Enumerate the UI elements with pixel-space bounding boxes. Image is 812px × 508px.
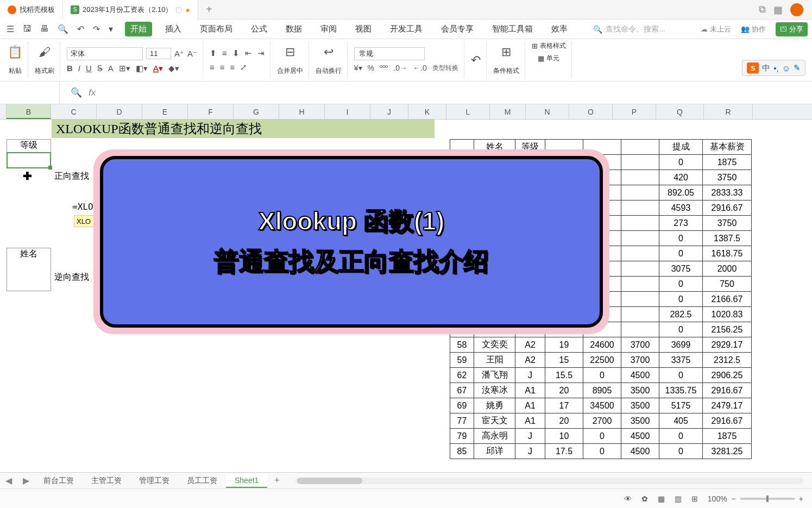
ribbon-tab-data[interactable]: 数据 <box>280 22 307 36</box>
table-cell[interactable]: J <box>515 429 545 444</box>
sheet-nav-next[interactable]: ▶ <box>17 475 35 486</box>
cell-empty2[interactable] <box>7 262 51 277</box>
table-cell[interactable] <box>621 307 659 322</box>
align-top-icon[interactable]: ⬆ <box>210 48 217 58</box>
table-cell[interactable]: 王阳 <box>474 353 515 368</box>
table-row[interactable]: 58文奕奕A21924600370036992929.17 <box>450 337 752 353</box>
add-sheet-button[interactable]: + <box>267 475 286 486</box>
sheet-tab[interactable]: 主管工资 <box>83 474 130 488</box>
align-mid-icon[interactable]: ≡ <box>222 48 227 58</box>
table-cell[interactable]: 0 <box>583 429 621 444</box>
table-cell[interactable]: 2166.67 <box>703 292 752 307</box>
typeconv-label[interactable]: 类型转换 <box>432 64 458 73</box>
ribbon-tab-layout[interactable]: 页面布局 <box>194 22 238 36</box>
table-cell[interactable]: 420 <box>659 170 703 185</box>
ime-skin-icon[interactable]: ✎ <box>794 63 801 73</box>
table-cell[interactable]: A1 <box>515 413 545 429</box>
italic-button[interactable]: I <box>78 64 80 73</box>
table-cell[interactable]: 3500 <box>621 413 659 429</box>
table-cell[interactable]: 2906.25 <box>703 368 752 383</box>
table-row[interactable]: 69姚勇A11734500350051752479.17 <box>450 398 752 413</box>
title-cell[interactable]: XLOOKUP函数普通查找和逆向查找 <box>52 120 435 138</box>
col-D[interactable]: D <box>97 104 142 119</box>
view-normal-icon[interactable]: ▦ <box>658 494 665 503</box>
ime-punct-icon[interactable]: •, <box>773 64 778 73</box>
scroll-thumb[interactable] <box>297 478 362 484</box>
preview-icon[interactable]: 🔍 <box>55 23 71 35</box>
new-tab-button[interactable]: + <box>198 3 220 16</box>
ime-toolbar[interactable]: S 中 •, ☺ ✎ <box>742 60 805 76</box>
table-cell[interactable]: 1618.75 <box>703 246 752 261</box>
table-cell[interactable]: 3700 <box>621 337 659 353</box>
table-cell[interactable]: 2929.17 <box>703 337 752 353</box>
sheet-tab[interactable]: 前台工资 <box>35 474 83 488</box>
border-button[interactable]: ⊞▾ <box>119 64 130 73</box>
zoom-slider[interactable] <box>740 498 795 500</box>
zoom-in-icon[interactable]: + <box>799 494 803 503</box>
fill-color-button[interactable]: ◧▾ <box>136 64 148 73</box>
apps-icon[interactable]: ▦ <box>773 4 783 16</box>
table-cell[interactable]: 2700 <box>583 413 621 429</box>
table-cell[interactable]: 4500 <box>621 429 659 444</box>
col-C[interactable]: C <box>51 104 97 119</box>
table-cell[interactable] <box>621 231 659 246</box>
table-cell[interactable]: 2312.5 <box>703 353 752 368</box>
formula-input[interactable] <box>106 81 812 104</box>
strike-button[interactable]: S̶ <box>97 64 103 73</box>
currency-icon[interactable]: ¥▾ <box>354 64 362 73</box>
tablestyle-label[interactable]: 表格样式 <box>540 41 566 51</box>
table-cell[interactable]: 1020.83 <box>703 307 752 322</box>
cloud-status[interactable]: ☁ 未上云 <box>701 24 731 34</box>
table-cell[interactable]: 58 <box>450 337 474 353</box>
table-cell[interactable]: 0 <box>659 246 703 261</box>
table-cell[interactable]: 2916.67 <box>703 383 752 398</box>
layout1-icon[interactable]: ⧉ <box>759 4 766 15</box>
col-I[interactable]: I <box>325 104 370 119</box>
col-H[interactable]: H <box>279 104 325 119</box>
table-cell[interactable]: 0 <box>659 322 703 337</box>
table-header[interactable]: 提成 <box>659 140 703 155</box>
table-cell[interactable]: 20 <box>545 413 583 429</box>
ribbon-tab-dev[interactable]: 开发工具 <box>385 22 428 36</box>
active-cell[interactable] <box>7 152 51 168</box>
table-cell[interactable]: 2156.25 <box>703 322 752 337</box>
table-row[interactable]: 79高永明J100450001875 <box>450 429 752 444</box>
save-icon[interactable]: 🖫 <box>21 23 34 35</box>
table-row[interactable]: 77宦天文A120270035004052916.67 <box>450 413 752 429</box>
cell-forward[interactable]: 正向查找 <box>52 168 96 184</box>
decrease-font-icon[interactable]: A⁻ <box>187 49 197 59</box>
name-box[interactable] <box>0 81 60 104</box>
table-cell[interactable]: 3375 <box>659 353 703 368</box>
table-cell[interactable]: 3500 <box>621 398 659 413</box>
table-cell[interactable]: 邱详 <box>474 444 515 459</box>
table-cell[interactable]: 姚勇 <box>474 398 515 413</box>
table-cell[interactable]: 0 <box>583 444 621 459</box>
bold-button[interactable]: B <box>67 64 73 73</box>
table-cell[interactable] <box>621 322 659 337</box>
col-J[interactable]: J <box>370 104 408 119</box>
undo-group[interactable]: ↶ <box>465 41 487 79</box>
col-B[interactable]: B <box>7 104 51 119</box>
table-cell[interactable]: 0 <box>659 231 703 246</box>
table-cell[interactable]: 0 <box>659 368 703 383</box>
zoom-out-icon[interactable]: − <box>732 494 736 503</box>
table-cell[interactable]: 62 <box>450 368 474 383</box>
command-search[interactable]: 🔍 查找命令、搜索... <box>593 24 691 34</box>
table-cell[interactable] <box>621 277 659 292</box>
table-row[interactable]: 85邱详J17.50450003281.25 <box>450 444 752 459</box>
table-cell[interactable]: 59 <box>450 353 474 368</box>
table-cell[interactable]: 22500 <box>583 353 621 368</box>
table-header[interactable] <box>621 140 659 155</box>
brush-group[interactable]: 🖌 格式刷 <box>29 41 60 79</box>
col-L[interactable]: L <box>446 104 490 119</box>
table-cell[interactable]: 0 <box>659 277 703 292</box>
cell-empty3[interactable] <box>7 276 51 291</box>
collab-button[interactable]: 👥 协作 <box>741 24 766 34</box>
table-cell[interactable]: 20 <box>545 383 583 398</box>
col-F[interactable]: F <box>188 104 234 119</box>
cell-reverse[interactable]: 逆向查找 <box>52 269 96 285</box>
highlight-button[interactable]: ◆▾ <box>168 64 179 73</box>
table-cell[interactable]: 2000 <box>703 261 752 277</box>
table-cell[interactable] <box>621 261 659 277</box>
table-cell[interactable] <box>621 170 659 185</box>
